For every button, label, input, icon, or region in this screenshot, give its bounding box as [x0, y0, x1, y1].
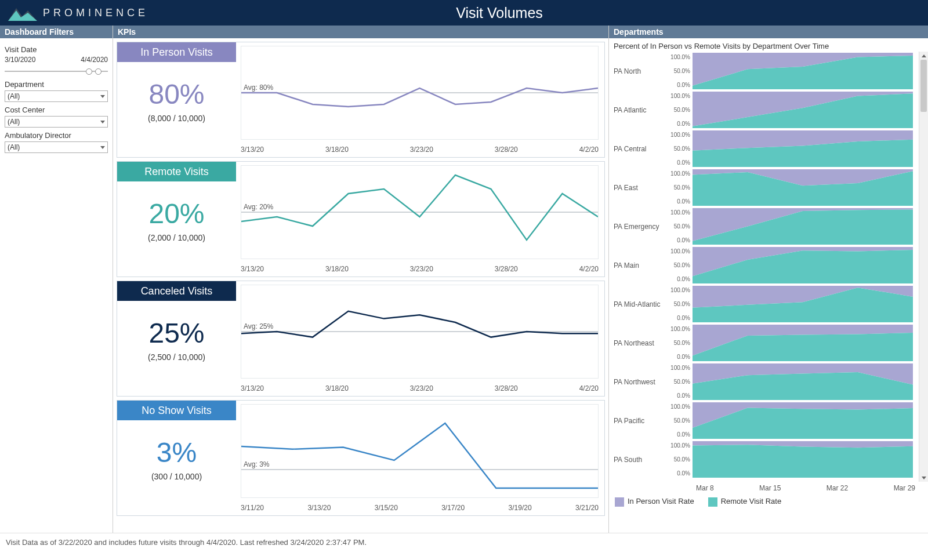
department-value: (All): [8, 92, 20, 100]
departments-x-axis: Mar 8Mar 15Mar 22Mar 29: [609, 482, 928, 492]
dept-row[interactable]: PA North 100.0%50.0%0.0%: [609, 52, 926, 90]
x-tick: 3/18/20: [325, 146, 349, 154]
departments-subtitle: Percent of In Person vs Remote Visits by…: [609, 38, 928, 52]
scroll-down-icon[interactable]: [919, 474, 928, 482]
dept-name: PA Main: [609, 246, 667, 285]
cost-center-value: (All): [8, 118, 20, 126]
departments-panel: Departments Percent of In Person vs Remo…: [609, 26, 928, 533]
department-select[interactable]: (All): [5, 90, 108, 102]
scrollbar-thumb[interactable]: [920, 60, 927, 112]
x-tick: 3/13/20: [307, 504, 331, 512]
y-tick: 100.0%: [668, 209, 690, 216]
dept-row[interactable]: PA Emergency 100.0%50.0%0.0%: [609, 207, 926, 246]
y-tick: 0.0%: [668, 237, 690, 243]
dept-name: PA Mid-Atlantic: [609, 285, 667, 323]
y-tick: 0.0%: [668, 431, 690, 438]
x-tick: 3/23/20: [410, 146, 433, 154]
sparkline-in_person: [241, 46, 598, 139]
legend-in-person: In Person Visit Rate: [615, 497, 694, 507]
dept-row[interactable]: PA Main 100.0%50.0%0.0%: [609, 246, 926, 285]
dept-y-ticks: 100.0%50.0%0.0%: [667, 362, 691, 401]
dept-row[interactable]: PA Pacific 100.0%50.0%0.0%: [609, 401, 926, 440]
director-value: (All): [8, 143, 20, 151]
dept-y-ticks: 100.0%50.0%0.0%: [667, 401, 691, 440]
x-tick: 3/19/20: [509, 504, 532, 512]
dept-row[interactable]: PA Central 100.0%50.0%0.0%: [609, 129, 926, 168]
y-tick: 0.0%: [668, 354, 690, 360]
sparkline-no_show: [241, 405, 598, 497]
avg-label: Avg: 20%: [244, 203, 273, 211]
x-tick: 3/18/20: [325, 384, 349, 392]
x-tick: Mar 29: [894, 484, 915, 492]
dept-row[interactable]: PA Northwest 100.0%50.0%0.0%: [609, 362, 926, 401]
cost-center-label: Cost Center: [5, 106, 108, 114]
kpi-card-no_show[interactable]: No Show Visits 3% (300 / 10,000) Avg: 3%…: [117, 400, 605, 516]
y-tick: 50.0%: [668, 146, 690, 152]
kpi-x-axis: 3/13/203/18/203/23/203/28/204/2/20: [241, 384, 599, 392]
y-tick: 100.0%: [668, 442, 690, 449]
dept-name: PA Emergency: [609, 207, 667, 246]
x-tick: 3/28/20: [495, 384, 518, 392]
caret-down-icon: [100, 95, 105, 98]
departments-scroll-area[interactable]: PA North 100.0%50.0%0.0% PA Atlantic 100…: [609, 52, 928, 482]
top-bar: PROMINENCE Visit Volumes: [0, 0, 928, 26]
dept-row[interactable]: PA South 100.0%50.0%0.0%: [609, 440, 926, 479]
x-tick: 3/13/20: [241, 384, 264, 392]
kpi-card-in_person[interactable]: In Person Visits 80% (8,000 / 10,000) Av…: [117, 42, 605, 158]
y-tick: 0.0%: [668, 276, 690, 282]
dept-y-ticks: 100.0%50.0%0.0%: [667, 323, 691, 362]
dept-y-ticks: 100.0%50.0%0.0%: [667, 440, 691, 479]
kpi-card-canceled[interactable]: Canceled Visits 25% (2,500 / 10,000) Avg…: [117, 281, 605, 397]
dept-row[interactable]: PA Mid-Atlantic 100.0%50.0%0.0%: [609, 285, 926, 323]
kpi-sparkline-area: Avg: 20% 3/13/203/18/203/23/203/28/204/2…: [236, 162, 604, 277]
kpi-card-remote[interactable]: Remote Visits 20% (2,000 / 10,000) Avg: …: [117, 161, 605, 277]
dept-row[interactable]: PA East 100.0%50.0%0.0%: [609, 168, 926, 207]
y-tick: 0.0%: [668, 315, 690, 321]
dept-y-ticks: 100.0%50.0%0.0%: [667, 246, 691, 285]
dept-chart: [693, 208, 913, 245]
x-tick: Mar 15: [759, 484, 781, 492]
scrollbar-vertical[interactable]: [919, 52, 928, 482]
y-tick: 100.0%: [668, 326, 690, 332]
y-tick: 50.0%: [668, 223, 690, 230]
x-tick: 3/15/20: [375, 504, 398, 512]
x-tick: 3/13/20: [241, 265, 264, 273]
filters-panel-title: Dashboard Filters: [0, 26, 113, 38]
dept-row[interactable]: PA Northeast 100.0%50.0%0.0%: [609, 323, 926, 362]
kpi-x-axis: 3/13/203/18/203/23/203/28/204/2/20: [241, 265, 599, 273]
dept-name: PA East: [609, 168, 667, 207]
x-tick: 4/2/20: [579, 265, 599, 273]
y-tick: 50.0%: [668, 262, 690, 268]
x-tick: 4/2/20: [579, 384, 599, 392]
dept-y-ticks: 100.0%50.0%0.0%: [667, 90, 691, 129]
kpi-value: 20%: [117, 198, 236, 230]
y-tick: 0.0%: [668, 198, 690, 205]
y-tick: 0.0%: [668, 159, 690, 166]
y-tick: 100.0%: [668, 248, 690, 254]
director-select[interactable]: (All): [5, 141, 108, 153]
cost-center-select[interactable]: (All): [5, 116, 108, 128]
dept-name: PA Northwest: [609, 362, 667, 401]
y-tick: 100.0%: [668, 403, 690, 410]
kpi-left: Canceled Visits 25% (2,500 / 10,000): [117, 281, 236, 396]
y-tick: 0.0%: [668, 392, 690, 399]
dept-chart: [693, 441, 913, 478]
avg-label: Avg: 25%: [244, 322, 273, 330]
y-tick: 0.0%: [668, 470, 690, 477]
dept-row[interactable]: PA Atlantic 100.0%50.0%0.0%: [609, 90, 926, 129]
kpis-panel: KPIs In Person Visits 80% (8,000 / 10,00…: [113, 26, 609, 533]
visit-date-slider[interactable]: [5, 66, 108, 77]
dept-y-ticks: 100.0%50.0%0.0%: [667, 207, 691, 246]
y-tick: 100.0%: [668, 54, 690, 60]
filters-panel: Dashboard Filters Visit Date 3/10/2020 4…: [0, 26, 113, 533]
y-tick: 100.0%: [668, 365, 690, 371]
kpi-sparkline-area: Avg: 3% 3/11/203/13/203/15/203/17/203/19…: [236, 401, 604, 515]
departments-legend: In Person Visit Rate Remote Visit Rate: [609, 492, 928, 511]
dept-chart: [693, 286, 913, 322]
visit-date-range: 3/10/2020 4/4/2020: [5, 56, 108, 64]
caret-down-icon: [100, 121, 105, 123]
sparkline-canceled: [241, 285, 598, 378]
scroll-up-icon[interactable]: [919, 52, 928, 60]
y-tick: 50.0%: [668, 340, 690, 346]
dept-name: PA Northeast: [609, 323, 667, 362]
